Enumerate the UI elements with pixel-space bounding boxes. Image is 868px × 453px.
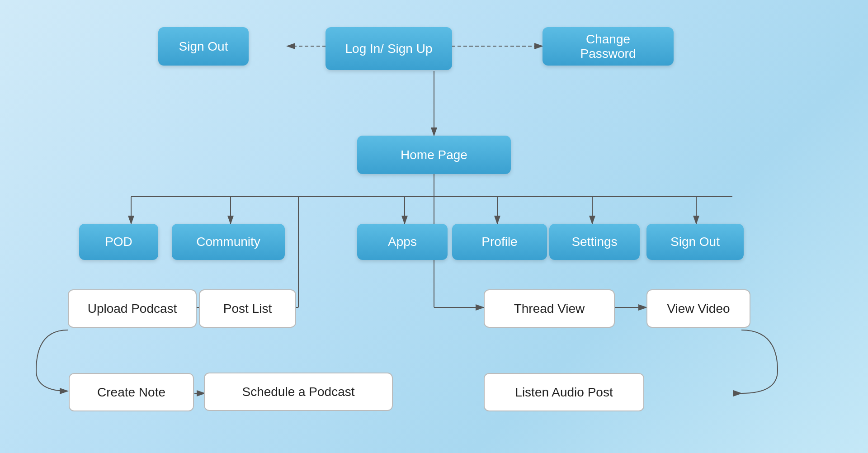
- thread-view-node: Thread View: [484, 289, 615, 328]
- profile-node: Profile: [452, 224, 547, 260]
- signout-top-node: Sign Out: [158, 27, 249, 66]
- login-signup-node: Log In/ Sign Up: [326, 27, 452, 70]
- community-node: Community: [172, 224, 285, 260]
- settings-node: Settings: [549, 224, 640, 260]
- schedule-podcast-node: Schedule a Podcast: [204, 373, 393, 411]
- home-page-node: Home Page: [357, 136, 511, 174]
- post-list-node: Post List: [199, 289, 296, 328]
- listen-audio-node: Listen Audio Post: [484, 373, 644, 411]
- change-password-node: Change Password: [542, 27, 674, 66]
- upload-podcast-node: Upload Podcast: [68, 289, 197, 328]
- view-video-node: View Video: [646, 289, 750, 328]
- create-note-node: Create Note: [69, 373, 194, 411]
- signout-bottom-node: Sign Out: [646, 224, 744, 260]
- apps-node: Apps: [357, 224, 448, 260]
- pod-node: POD: [79, 224, 158, 260]
